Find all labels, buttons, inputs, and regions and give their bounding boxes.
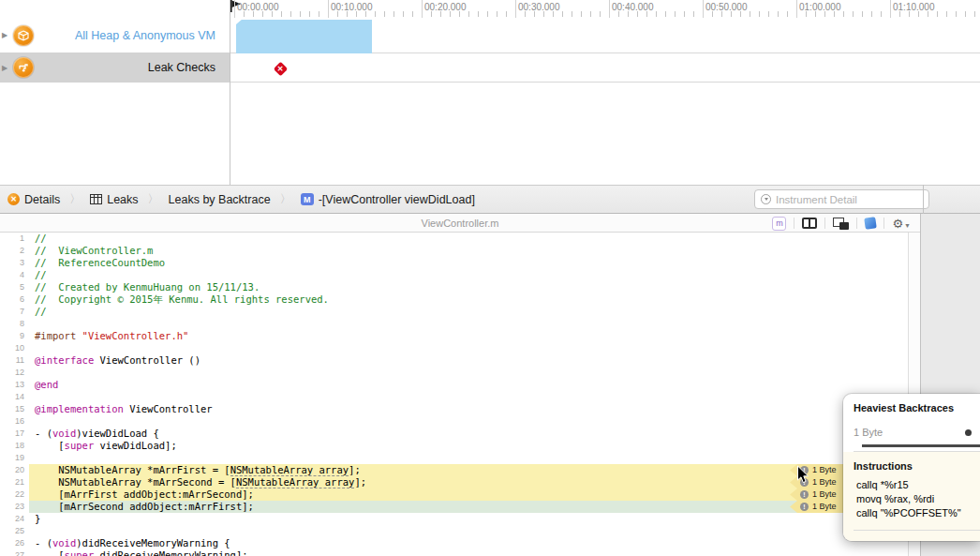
- breadcrumb-method[interactable]: M -[ViewController viewDidLoad]: [301, 193, 475, 206]
- ruler-major-tick: [328, 0, 329, 18]
- instruction-list: callq *%r15movq %rax, %rdicallq "%PCOFFS…: [854, 478, 980, 519]
- annotate-icon[interactable]: [865, 217, 878, 230]
- code-line[interactable]: 25: [0, 525, 908, 537]
- ruler-tick-label: 01:10.000: [893, 2, 935, 12]
- code-line[interactable]: 7//: [0, 306, 908, 318]
- instructions-title: Instructions: [854, 460, 980, 472]
- leaks-instrument-icon: ✕: [7, 193, 20, 205]
- code-line[interactable]: 3// ReferenceCountDemo: [0, 257, 908, 269]
- instrument-detail-search-input[interactable]: Instrument Detail: [754, 189, 929, 209]
- ruler-tick-label: 00:00.000: [237, 2, 279, 12]
- code-line[interactable]: 26- (void)didReceiveMemoryWarning {: [0, 537, 908, 549]
- backtrace-scroll-bar[interactable]: [862, 444, 980, 447]
- code-text: [29, 318, 908, 330]
- heap-usage-area-graph[interactable]: [236, 20, 372, 53]
- track-label: All Heap & Anonymous VM: [34, 29, 230, 42]
- code-text: // Created by KenmuHuang on 15/11/13.: [29, 281, 908, 293]
- track-label: Leak Checks: [34, 61, 230, 74]
- code-text: //: [29, 233, 908, 245]
- code-text: //: [29, 269, 908, 281]
- breadcrumb-leaks[interactable]: Leaks: [90, 193, 138, 206]
- instruction-line: callq "%PCOFFSET%": [854, 506, 980, 519]
- line-number: 12: [0, 367, 29, 379]
- code-line[interactable]: 15@implementation ViewController: [0, 403, 908, 415]
- line-number: 1: [0, 233, 29, 245]
- objc-file-icon[interactable]: m: [772, 217, 786, 231]
- track-header-allocations[interactable]: ▶ All Heap & Anonymous VM: [0, 18, 230, 53]
- leak-detected-marker[interactable]: ✕: [273, 61, 288, 76]
- code-line[interactable]: 12: [0, 367, 908, 379]
- instruments-window: 00:00.00000:10.00000:20.00000:30.00000:4…: [0, 0, 980, 556]
- line-number: 7: [0, 306, 29, 318]
- layers-icon[interactable]: [833, 218, 849, 230]
- chevron-right-icon: 〉: [280, 191, 291, 207]
- sidebar-track-divider[interactable]: [230, 0, 230, 185]
- leak-error-icon: ✕: [273, 61, 288, 76]
- code-line[interactable]: 16: [0, 415, 908, 428]
- line-number: 26: [0, 537, 29, 549]
- divider: [854, 530, 980, 531]
- gear-icon[interactable]: ⚙▼: [892, 218, 911, 230]
- code-line[interactable]: 20 NSMutableArray *mArrFirst = [NSMutabl…: [0, 464, 908, 476]
- ruler-tick-label: 00:10.000: [331, 2, 373, 12]
- backtrace-node-icon[interactable]: [965, 429, 972, 436]
- code-line[interactable]: 2// ViewController.m: [0, 245, 908, 257]
- line-number: 18: [0, 440, 29, 452]
- code-line[interactable]: 6// Copyright © 2015年 Kenmu. All rights …: [0, 293, 908, 306]
- source-editor[interactable]: 1//2// ViewController.m3// ReferenceCoun…: [0, 233, 920, 556]
- code-text: [29, 452, 908, 464]
- line-number: 25: [0, 525, 29, 537]
- code-line[interactable]: 8: [0, 318, 908, 330]
- breadcrumb-label: Leaks: [107, 193, 138, 206]
- disclosure-triangle-icon[interactable]: ▶: [2, 64, 7, 72]
- line-number: 20: [0, 464, 29, 476]
- leak-checks-track-lane[interactable]: [230, 53, 980, 83]
- breadcrumb-leaks-by-backtrace[interactable]: Leaks by Backtrace: [169, 193, 271, 206]
- code-line[interactable]: 23 [mArrSecond addObject:mArrFirst];!1 B…: [0, 501, 908, 513]
- disclosure-triangle-icon[interactable]: ▶: [2, 31, 7, 39]
- code-text: [super didReceiveMemoryWarning];: [29, 549, 908, 556]
- timeline-ruler[interactable]: 00:00.00000:10.00000:20.00000:30.00000:4…: [230, 0, 980, 19]
- code-line[interactable]: 11@interface ViewController (): [0, 354, 908, 367]
- code-line[interactable]: 13@end: [0, 379, 908, 391]
- code-line[interactable]: 14: [0, 391, 908, 403]
- divider: [883, 218, 884, 229]
- source-jump-bar: ViewController.m m ⚙▼: [0, 214, 920, 233]
- line-number: 5: [0, 281, 29, 293]
- code-line[interactable]: 5// Created by KenmuHuang on 15/11/13.: [0, 281, 908, 293]
- divider: [794, 218, 794, 229]
- code-line[interactable]: 27 [super didReceiveMemoryWarning];: [0, 549, 908, 556]
- chevron-right-icon: 〉: [69, 191, 81, 207]
- annotation-label: 1 Byte: [812, 488, 837, 501]
- divider: [856, 218, 857, 229]
- annotation-label: 1 Byte: [812, 501, 837, 513]
- leaks-icon: [13, 57, 34, 78]
- code-line[interactable]: 1//: [0, 233, 908, 245]
- code-line[interactable]: 22 [mArrFirst addObject:mArrSecond];!1 B…: [0, 488, 908, 501]
- code-text: [29, 367, 908, 379]
- objc-file-icon: M: [301, 193, 314, 205]
- code-line[interactable]: 10: [0, 342, 908, 354]
- line-number: 19: [0, 452, 29, 464]
- code-line[interactable]: 21 NSMutableArray *mArrSecond = [NSMutab…: [0, 476, 908, 488]
- split-view-icon[interactable]: [802, 218, 817, 229]
- popover-title: Heaviest Backtraces: [854, 402, 980, 413]
- code-line[interactable]: 24}: [0, 513, 908, 525]
- filter-icon: [761, 194, 771, 204]
- mouse-cursor: [796, 465, 809, 485]
- code-text: [mArrFirst addObject:mArrSecond];: [29, 488, 908, 501]
- breadcrumb-label: Leaks by Backtrace: [169, 193, 271, 206]
- code-text: @implementation ViewController: [29, 403, 908, 415]
- breadcrumb-details[interactable]: ✕ Details: [7, 193, 60, 206]
- code-line[interactable]: 18 [super viewDidLoad];: [0, 440, 908, 452]
- code-line[interactable]: 4//: [0, 269, 908, 281]
- track-header-leak-checks[interactable]: ▶ Leak Checks: [0, 53, 230, 83]
- code-text: //: [29, 306, 908, 318]
- line-number: 14: [0, 391, 29, 403]
- line-number: 23: [0, 501, 29, 513]
- ruler-tick-label: 00:30.000: [518, 2, 560, 12]
- code-line[interactable]: 19: [0, 452, 908, 464]
- code-text: // ReferenceCountDemo: [29, 257, 908, 269]
- code-line[interactable]: 9#import "ViewController.h": [0, 330, 908, 342]
- code-line[interactable]: 17- (void)viewDidLoad {: [0, 428, 908, 440]
